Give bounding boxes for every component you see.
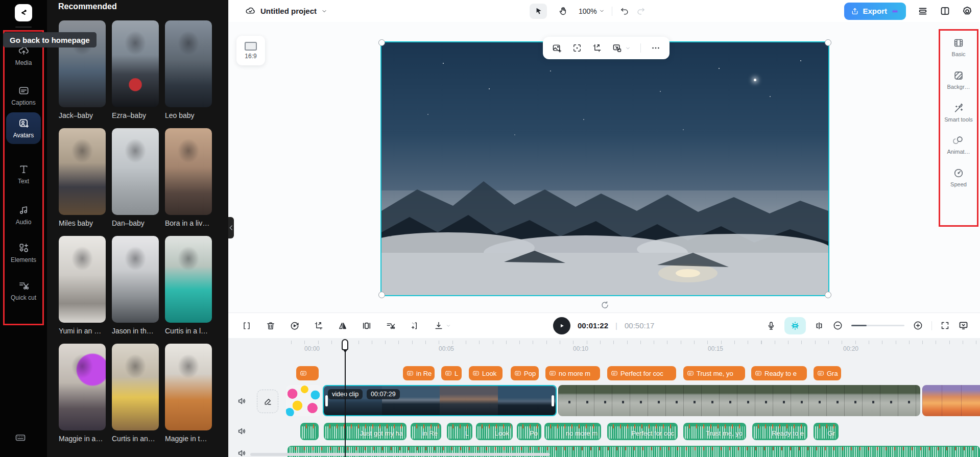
split-button[interactable] [242, 321, 252, 331]
caption-chip[interactable]: Ready to e [751, 366, 807, 380]
timeline-zoom-slider[interactable] [851, 325, 904, 326]
sidebar-item-media[interactable]: Media [0, 45, 47, 67]
redo-button[interactable] [636, 6, 646, 16]
smart-cut-button[interactable] [386, 321, 396, 331]
sidebar-item-avatars[interactable]: Avatars [6, 112, 41, 144]
app-logo[interactable] [15, 4, 32, 21]
compare-button[interactable] [362, 321, 372, 331]
timeline-horizontal-scrollbar[interactable] [250, 453, 550, 456]
fit-timeline-button[interactable] [940, 321, 950, 330]
crop-button[interactable] [592, 43, 602, 53]
mirror-button[interactable] [338, 321, 348, 331]
mute-music-track-button[interactable] [237, 448, 247, 457]
caption-chip[interactable]: Trust me, yo [683, 366, 745, 380]
layout-panels-button[interactable] [940, 6, 950, 16]
avatar-card[interactable]: Maggie in a… [59, 344, 106, 443]
caption-chip[interactable]: Look [469, 366, 503, 380]
tab-background[interactable]: Backgr… [943, 70, 974, 91]
caption-chip[interactable]: no more m [545, 366, 600, 380]
sidebar-item-quick-cut[interactable]: Quick cut [0, 280, 47, 302]
resize-handle-bottom-left[interactable] [378, 292, 385, 298]
rotate-handle[interactable] [600, 300, 610, 310]
avatar-card[interactable]: Bora in a liv… [165, 128, 212, 227]
avatar-card[interactable]: Yumi in an … [59, 236, 106, 335]
timeline-zoom-in-button[interactable] [913, 320, 923, 331]
split-right-button[interactable] [410, 321, 420, 331]
audio-chip[interactable]: L [447, 423, 472, 440]
resize-handle-top-left[interactable] [378, 39, 385, 46]
video-preview[interactable] [381, 42, 828, 295]
caption-chip[interactable]: Perfect for coc [607, 366, 676, 380]
trim-handle-left[interactable] [325, 395, 328, 406]
auto-captions-button[interactable] [784, 317, 806, 334]
audio-chip[interactable]: Po [517, 423, 541, 440]
mute-audio-track-button[interactable] [237, 426, 247, 436]
keyboard-shortcuts-icon[interactable] [14, 431, 27, 444]
caption-chip[interactable] [296, 366, 319, 380]
playhead-handle[interactable] [342, 339, 348, 350]
audio-chip[interactable]: Gr [814, 423, 839, 440]
caption-chip[interactable]: Gra [814, 366, 841, 380]
audio-chip[interactable]: Look [476, 423, 513, 440]
audio-chip[interactable]: Ready to e [752, 423, 807, 440]
project-menu[interactable]: Untitled project [245, 0, 327, 22]
more-options-button[interactable] [651, 43, 661, 53]
reverse-button[interactable] [290, 321, 300, 331]
trim-handle-right[interactable] [552, 395, 554, 406]
undo-button[interactable] [619, 6, 629, 16]
export-button[interactable]: Export [844, 3, 906, 20]
selected-video-clip[interactable]: video clip 00:07:29 [323, 385, 557, 416]
audio-chip[interactable]: Trust me, yo [683, 423, 746, 440]
preview-on-display-button[interactable] [958, 320, 969, 331]
tab-animations[interactable]: Animat… [943, 135, 974, 156]
download-clip-button[interactable] [434, 321, 451, 331]
panel-collapse-handle[interactable] [228, 217, 234, 238]
audio-chip[interactable]: Just got my ha [324, 423, 407, 440]
caption-chip[interactable]: in Re [403, 366, 435, 380]
aspect-ratio-button[interactable]: 16:9 [236, 36, 265, 65]
sunset-clip[interactable] [922, 385, 980, 416]
sidebar-item-audio[interactable]: Audio [0, 204, 47, 226]
avatar-card[interactable]: Maggie in t… [165, 344, 212, 443]
avatar-card[interactable]: Ezra–baby [112, 20, 159, 119]
crop-button[interactable] [314, 321, 324, 331]
zoom-level-select[interactable]: 100% [579, 7, 605, 15]
tab-speed[interactable]: Speed [943, 167, 974, 188]
select-tool-button[interactable] [530, 4, 547, 19]
sidebar-item-elements[interactable]: Elements [0, 242, 47, 264]
picture-in-picture-button[interactable] [612, 43, 631, 54]
caption-chip[interactable]: L [441, 366, 462, 380]
tab-basic[interactable]: Basic [943, 37, 974, 58]
playhead[interactable] [342, 339, 348, 457]
avatar-card[interactable]: Leo baby [165, 20, 212, 119]
record-voiceover-button[interactable] [766, 321, 776, 331]
avatar-card[interactable]: Curtis in an… [112, 344, 159, 443]
tab-smart-tools[interactable]: Smart tools [943, 103, 974, 124]
resize-handle-bottom-right[interactable] [825, 292, 831, 298]
track-split-view-button[interactable] [814, 321, 824, 331]
audio-chip[interactable]: in Re [411, 423, 441, 440]
avatar-card[interactable]: Miles baby [59, 128, 106, 227]
audio-chip[interactable]: no more m [544, 423, 601, 440]
hand-tool-button[interactable] [554, 4, 571, 19]
audio-chip[interactable] [300, 423, 319, 440]
mask-button[interactable] [572, 43, 582, 53]
sidebar-item-captions[interactable]: Captions [0, 85, 47, 107]
export-queue-button[interactable] [917, 6, 928, 17]
caption-chip[interactable]: Pop [511, 366, 539, 380]
edit-captions-button[interactable] [257, 390, 278, 413]
mute-video-track-button[interactable] [237, 396, 247, 406]
play-button[interactable] [553, 317, 570, 334]
avatar-card[interactable]: Jason in th… [112, 236, 159, 335]
avatar-card[interactable]: Curtis in a l… [165, 236, 212, 335]
delete-button[interactable] [266, 321, 276, 331]
audio-chip[interactable]: Perfect for coc [607, 423, 678, 440]
timeline-zoom-out-button[interactable] [832, 320, 843, 331]
sidebar-item-text[interactable]: Text [0, 163, 47, 185]
replace-image-button[interactable] [552, 43, 562, 54]
resize-handle-top-right[interactable] [825, 39, 831, 46]
intro-clip[interactable] [286, 385, 322, 416]
settings-button[interactable] [962, 6, 973, 17]
road-clip[interactable] [558, 385, 920, 416]
avatar-card[interactable]: Dan–baby [112, 128, 159, 227]
